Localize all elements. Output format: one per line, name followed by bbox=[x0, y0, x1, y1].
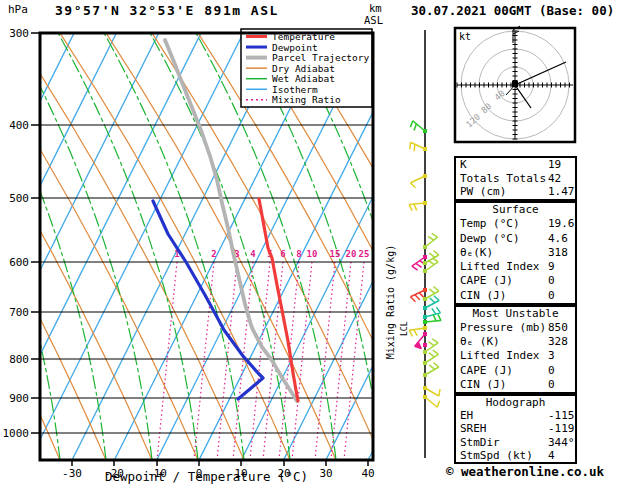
stats-label: Totals Totals bbox=[460, 172, 546, 185]
hodograph-panel: 4080120kt bbox=[455, 26, 575, 142]
mixing-ratio-label: 20 bbox=[346, 249, 357, 259]
hodograph-origin-marker bbox=[512, 81, 518, 87]
x-axis-label: Dewpoint / Temperature (°C) bbox=[40, 469, 373, 484]
stats-row: Totals Totals42 bbox=[456, 172, 575, 186]
mixing-ratio-axis-label: Mixing Ratio (g/kg) bbox=[385, 245, 396, 359]
wind-barb-feather bbox=[428, 342, 434, 346]
wet-adiabat-line bbox=[104, 33, 244, 460]
wind-barb-feather bbox=[429, 353, 435, 357]
stats-label: CAPE (J) bbox=[460, 364, 513, 377]
stats-label: PW (cm) bbox=[460, 185, 506, 198]
stats-value: 1.47 bbox=[548, 185, 575, 199]
hodograph-ring-label: 120 bbox=[464, 112, 482, 130]
stats-panel: K19Totals Totals42PW (cm)1.47 bbox=[454, 156, 577, 201]
wind-barb-feather bbox=[410, 297, 415, 302]
altitude-axis-unit-km: km bbox=[369, 2, 382, 14]
wind-barb-feather bbox=[409, 330, 412, 336]
pressure-tick-label: 600 bbox=[9, 256, 29, 269]
wind-barb-feather bbox=[434, 296, 439, 301]
wind-barb-feather bbox=[414, 204, 417, 210]
stats-label: StmDir bbox=[460, 436, 500, 449]
wind-barb-feather bbox=[429, 289, 434, 293]
stats-row: K19 bbox=[456, 158, 575, 172]
stats-value: 3 bbox=[548, 349, 555, 363]
stats-label: θₑ (K) bbox=[460, 335, 500, 348]
wind-barb-feather bbox=[414, 330, 417, 336]
wind-barb-feather bbox=[414, 144, 415, 151]
stats-row: Pressure (mb)850 bbox=[456, 321, 575, 335]
stats-label: SREH bbox=[460, 422, 487, 435]
wind-barb-feather bbox=[433, 363, 438, 367]
hodograph-ring-label: 80 bbox=[479, 101, 493, 115]
altitude-axis-unit-asl: ASL bbox=[364, 14, 383, 26]
stats-value: 0 bbox=[548, 378, 555, 392]
wind-barb-shaft bbox=[410, 142, 425, 149]
stats-value: -119 bbox=[548, 422, 575, 435]
stats-row: CIN (J)0 bbox=[456, 378, 575, 392]
stats-value: 0 bbox=[548, 364, 555, 378]
wind-barb-feather bbox=[439, 389, 440, 396]
wind-barb-shaft bbox=[410, 176, 425, 183]
wind-barb-shaft bbox=[425, 321, 441, 322]
wind-barb-feather bbox=[433, 315, 436, 321]
hodograph-unit-label: kt bbox=[459, 31, 471, 42]
stats-row: CAPE (J)0 bbox=[456, 274, 575, 288]
mixing-ratio-label: 4 bbox=[250, 249, 256, 259]
wind-barb-shaft bbox=[425, 388, 439, 396]
stats-value: 4 bbox=[548, 449, 555, 462]
stats-label: K bbox=[460, 158, 467, 171]
mixing-ratio-line bbox=[250, 262, 270, 460]
stats-row: SREH-119 bbox=[456, 422, 575, 435]
wind-barb-feather bbox=[429, 365, 434, 369]
legend-item-label: Parcel Trajectory bbox=[272, 52, 370, 63]
mixing-ratio-label: 10 bbox=[307, 249, 318, 259]
wind-barb-feather bbox=[429, 253, 434, 257]
wind-barb-feather bbox=[410, 121, 412, 128]
hodograph-ring-label: 40 bbox=[493, 88, 507, 102]
stats-value: 0 bbox=[548, 274, 555, 288]
wind-barb-shaft bbox=[409, 203, 425, 204]
lcl-marker-label: LCL bbox=[400, 321, 409, 336]
mixing-ratio-label: 6 bbox=[280, 249, 285, 259]
stats-value: 19.6 bbox=[548, 217, 575, 231]
wind-barb-feather bbox=[438, 314, 441, 320]
stats-row: Temp (°C)19.6 bbox=[456, 217, 575, 231]
stats-panel-most-unstable: Most UnstablePressure (mb)850θₑ (K)328Li… bbox=[454, 305, 577, 394]
pressure-tick-label: 900 bbox=[9, 392, 29, 405]
pressure-tick-label: 800 bbox=[9, 353, 29, 366]
stats-row: θₑ(K)318 bbox=[456, 246, 575, 260]
wind-barb-feather bbox=[433, 350, 439, 354]
pressure-tick-label: 700 bbox=[9, 306, 29, 319]
wind-barb-dot bbox=[423, 343, 427, 347]
stats-label: StmSpd (kt) bbox=[460, 449, 533, 462]
stats-value: 318 bbox=[548, 246, 568, 260]
stats-value: 0 bbox=[548, 289, 555, 303]
stats-value: 19 bbox=[548, 158, 561, 172]
stats-value: 9 bbox=[548, 260, 555, 274]
watermark: © weatheronline.co.uk bbox=[446, 464, 604, 479]
wind-barb-feather bbox=[432, 339, 438, 343]
legend-item-label: Dewpoint bbox=[272, 42, 318, 53]
wind-barb-feather bbox=[409, 204, 412, 210]
mixing-ratio-line bbox=[279, 262, 299, 460]
wind-barb-feather bbox=[436, 307, 440, 313]
stats-row: Dewp (°C)4.6 bbox=[456, 232, 575, 246]
stats-row: StmSpd (kt)4 bbox=[456, 449, 575, 462]
stats-panel-hodograph: HodographEH-115SREH-119StmDir344°StmSpd … bbox=[454, 394, 577, 464]
stats-value: 344° bbox=[548, 436, 575, 449]
stats-label: CIN (J) bbox=[460, 378, 506, 391]
wind-barb-feather bbox=[410, 183, 415, 188]
wind-barb-column bbox=[409, 30, 441, 458]
stats-value: 4.6 bbox=[548, 232, 568, 246]
pressure-tick-label: 300 bbox=[9, 27, 29, 40]
wind-barb-feather bbox=[432, 258, 438, 262]
stats-row: CAPE (J)0 bbox=[456, 364, 575, 378]
legend: TemperatureDewpointParcel TrajectoryDry … bbox=[241, 29, 372, 107]
stats-label: Dewp (°C) bbox=[460, 232, 520, 245]
stats-label: Lifted Index bbox=[460, 260, 539, 273]
stats-label: θₑ(K) bbox=[460, 246, 493, 259]
mixing-ratio-label: 8 bbox=[296, 249, 301, 259]
mixing-ratio-line bbox=[344, 262, 364, 460]
stats-label: Lifted Index bbox=[460, 349, 539, 362]
legend-item-label: Dry Adiabat bbox=[272, 63, 335, 74]
